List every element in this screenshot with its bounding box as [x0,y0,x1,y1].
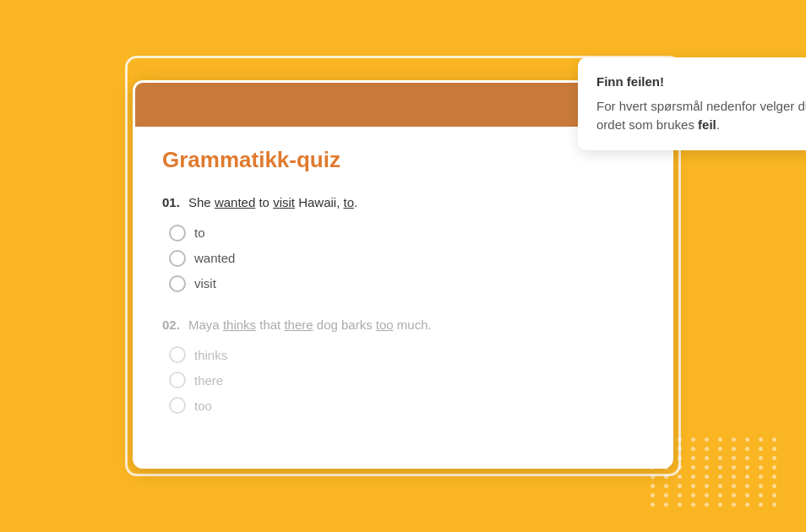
q2-word-too: too [376,318,394,332]
question-1-options: to wanted visit [162,225,644,292]
question-2-number: 02. [162,318,180,332]
q2-option-thinks[interactable]: thinks [169,346,644,363]
q1-option-wanted[interactable]: wanted [169,250,644,267]
q1-label-visit: visit [194,276,216,290]
q2-radio-there[interactable] [169,372,186,388]
q2-label-there: there [194,373,223,388]
q2-word-thinks: thinks [223,318,256,332]
q1-radio-to[interactable] [169,225,186,242]
question-2-text: 02. Maya thinks that there dog barks too… [162,316,644,335]
q1-label-to: to [194,225,205,240]
tooltip-period: . [716,117,720,132]
q2-option-too[interactable]: too [169,397,644,414]
q1-option-to[interactable]: to [169,225,644,242]
q1-option-visit[interactable]: visit [169,275,644,292]
question-2-block: 02. Maya thinks that there dog barks too… [162,316,644,415]
q1-label-wanted: wanted [194,251,235,265]
tooltip-bold-word: feil [698,117,716,132]
tooltip-body: For hvert spørsmål nedenfor velger du or… [596,97,806,135]
question-1-block: 01. She wanted to visit Hawaii, to. to w… [162,193,644,292]
q1-word-visit: visit [273,195,295,209]
main-card: Grammatikk-quiz 01. She wanted to visit … [133,80,673,469]
tooltip-title: Finn feilen! [596,73,806,92]
q2-radio-thinks[interactable] [169,346,186,363]
question-1-number: 01. [162,195,180,209]
question-2-options: thinks there too [162,346,644,414]
q2-word-there: there [284,318,313,332]
card-body: Grammatikk-quiz 01. She wanted to visit … [135,127,671,464]
tooltip-card: Finn feilen! For hvert spørsmål nedenfor… [578,57,806,150]
quiz-title: Grammatikk-quiz [162,147,644,173]
q1-radio-visit[interactable] [169,275,186,292]
q2-option-there[interactable]: there [169,372,644,388]
question-1-text: 01. She wanted to visit Hawaii, to. [162,193,644,213]
q1-word-to: to [344,195,355,209]
outer-frame: Grammatikk-quiz 01. She wanted to visit … [125,56,681,476]
q2-radio-too[interactable] [169,397,186,414]
q2-label-too: too [194,399,212,413]
q1-word-wanted: wanted [215,195,255,209]
q2-label-thinks: thinks [194,348,227,362]
q1-radio-wanted[interactable] [169,250,186,267]
